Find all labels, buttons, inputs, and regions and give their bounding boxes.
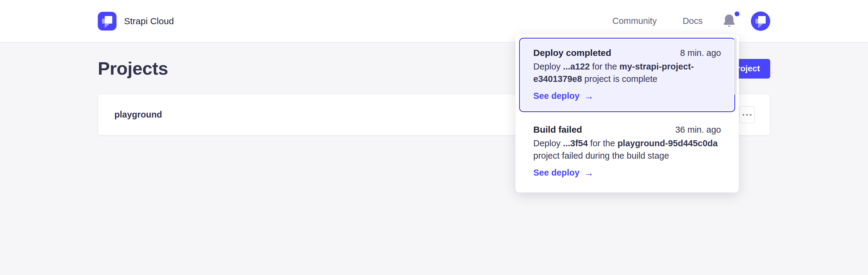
notification-title: Deploy completed: [533, 47, 611, 59]
notifications-dropdown: Deploy completed 8 min. ago Deploy ...a1…: [516, 34, 739, 192]
see-deploy-link[interactable]: See deploy →: [533, 166, 721, 178]
see-deploy-link[interactable]: See deploy →: [533, 90, 721, 102]
notification-link-label: See deploy: [533, 166, 580, 178]
brand-name: Strapi Cloud: [124, 16, 174, 26]
arrow-right-icon: →: [584, 91, 594, 101]
arrow-right-icon: →: [584, 168, 594, 178]
project-menu-button[interactable]: [739, 106, 755, 123]
nav-link-community[interactable]: Community: [612, 16, 657, 26]
notification-scrollbar[interactable]: [734, 38, 737, 94]
notification-time: 36 min. ago: [675, 123, 721, 136]
notifications-bell-button[interactable]: [722, 13, 736, 29]
notification-link-label: See deploy: [533, 90, 580, 102]
notification-item[interactable]: Build failed 36 min. ago Deploy ...3f54 …: [519, 114, 735, 189]
strapi-logo-icon: [98, 12, 117, 30]
bell-icon: [722, 13, 736, 29]
notification-body: Deploy ...3f54 for the playground-95d445…: [533, 137, 721, 162]
ellipsis-icon: [742, 114, 744, 116]
notification-time: 8 min. ago: [680, 47, 721, 59]
notification-item[interactable]: Deploy completed 8 min. ago Deploy ...a1…: [519, 38, 735, 112]
user-avatar[interactable]: [751, 11, 770, 31]
unread-indicator-dot: [735, 11, 739, 16]
notification-list: Deploy completed 8 min. ago Deploy ...a1…: [519, 38, 735, 189]
nav-link-docs[interactable]: Docs: [683, 16, 703, 26]
header-nav: Community Docs: [612, 11, 770, 31]
project-name: playground: [114, 110, 162, 120]
page-title: Projects: [98, 58, 168, 80]
notification-body: Deploy ...a122 for the my-strapi-project…: [533, 60, 721, 85]
strapi-cloud-brand[interactable]: Strapi Cloud: [98, 12, 174, 30]
notification-title: Build failed: [533, 123, 582, 136]
